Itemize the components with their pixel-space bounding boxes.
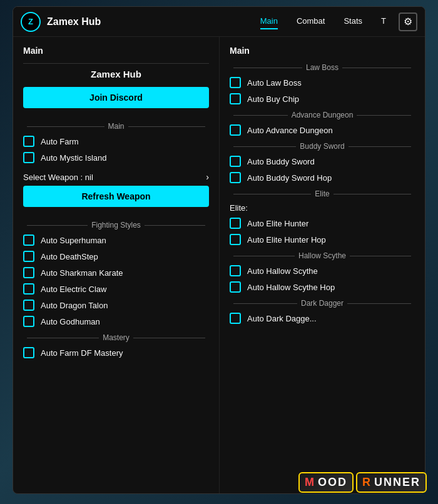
buddy-sword-divider: Buddy Sword (230, 142, 415, 151)
auto-farm-df-row[interactable]: Auto Farm DF Mastery (23, 347, 209, 358)
refresh-weapon-button[interactable]: Refresh Weapon (23, 186, 209, 207)
chevron-right-icon: › (206, 172, 209, 182)
auto-advance-dungeon-row[interactable]: Auto Advance Dungeon (230, 124, 415, 136)
auto-superhuman-label: Auto Superhuman (41, 236, 106, 245)
app-logo: Z (21, 12, 41, 32)
auto-dark-dagger-label: Auto Dark Dagge... (247, 314, 317, 323)
advance-dungeon-divider: Advance Dungeon (230, 111, 415, 119)
auto-buddy-sword-hop-label: Auto Buddy Sword Hop (247, 173, 332, 183)
auto-buy-chip-label: Auto Buy Chip (247, 94, 299, 104)
main-window: Z Zamex Hub Main Combat Stats T ⚙ Main Z… (13, 6, 425, 494)
auto-deathstep-label: Auto DeathStep (41, 252, 98, 261)
auto-advance-dungeon-checkbox[interactable] (230, 124, 241, 136)
right-panel-title: Main (230, 46, 415, 56)
auto-buddy-sword-hop-row[interactable]: Auto Buddy Sword Hop (230, 172, 415, 183)
right-panel: Main Law Boss Auto Law Boss Auto Buy Chi… (220, 37, 425, 493)
watermark-ood: OOD (318, 476, 347, 489)
auto-farm-df-checkbox[interactable] (23, 347, 34, 358)
hub-name: Zamex Hub (23, 69, 209, 79)
tab-t[interactable]: T (381, 14, 386, 29)
auto-mystic-island-checkbox[interactable] (23, 152, 34, 163)
watermark-badge-2: R UNNER (356, 472, 427, 493)
title-bar: Z Zamex Hub Main Combat Stats T ⚙ (13, 7, 425, 37)
auto-law-boss-label: Auto Law Boss (247, 78, 302, 88)
auto-hallow-scythe-row[interactable]: Auto Hallow Scythe (230, 265, 415, 276)
auto-advance-dungeon-label: Auto Advance Dungeon (247, 126, 333, 135)
auto-sharkman-row[interactable]: Auto Sharkman Karate (23, 267, 209, 278)
watermark: M OOD R UNNER (298, 472, 427, 493)
app-title: Zamex Hub (47, 16, 101, 28)
auto-farm-df-label: Auto Farm DF Mastery (41, 348, 123, 358)
watermark-unner: UNNER (374, 476, 420, 489)
auto-deathstep-row[interactable]: Auto DeathStep (23, 251, 209, 262)
auto-dark-dagger-row[interactable]: Auto Dark Dagge... (230, 313, 415, 324)
watermark-badge: M OOD (298, 472, 354, 493)
watermark-m: M (305, 476, 315, 489)
auto-electric-claw-row[interactable]: Auto Electric Claw (23, 283, 209, 295)
auto-sharkman-label: Auto Sharkman Karate (41, 268, 123, 278)
auto-deathstep-checkbox[interactable] (23, 251, 34, 262)
fighting-styles-divider: Fighting Styles (23, 221, 209, 229)
auto-buddy-sword-hop-checkbox[interactable] (230, 172, 241, 183)
auto-dragon-talon-label: Auto Dragon Talon (41, 301, 108, 310)
auto-superhuman-checkbox[interactable] (23, 234, 34, 246)
auto-sharkman-checkbox[interactable] (23, 267, 34, 278)
left-panel: Main Zamex Hub Join Discord Main Auto Fa… (13, 37, 220, 493)
auto-godhuman-label: Auto Godhuman (41, 317, 100, 326)
auto-law-boss-checkbox[interactable] (230, 77, 241, 88)
auto-hallow-scythe-hop-checkbox[interactable] (230, 281, 241, 293)
auto-hallow-scythe-hop-label: Auto Hallow Scythe Hop (247, 283, 335, 292)
divider-1 (23, 63, 209, 64)
elite-sublabel: Elite: (230, 203, 415, 213)
select-weapon-row[interactable]: Select Weapon : nil › (23, 168, 209, 186)
mastery-divider: Mastery (23, 333, 209, 342)
auto-elite-hunter-hop-row[interactable]: Auto Elite Hunter Hop (230, 234, 415, 245)
auto-superhuman-row[interactable]: Auto Superhuman (23, 234, 209, 246)
auto-buy-chip-checkbox[interactable] (230, 93, 241, 104)
auto-dark-dagger-checkbox[interactable] (230, 313, 241, 324)
tab-combat[interactable]: Combat (297, 14, 325, 29)
auto-elite-hunter-row[interactable]: Auto Elite Hunter (230, 218, 415, 229)
auto-elite-hunter-hop-label: Auto Elite Hunter Hop (247, 235, 326, 244)
auto-mystic-island-row[interactable]: Auto Mystic Island (23, 152, 209, 163)
elite-divider: Elite (230, 189, 415, 198)
select-weapon-label: Select Weapon : nil (23, 173, 93, 182)
hallow-scythe-divider: Hallow Scythe (230, 251, 415, 260)
auto-godhuman-row[interactable]: Auto Godhuman (23, 316, 209, 327)
auto-hallow-scythe-label: Auto Hallow Scythe (247, 266, 318, 276)
main-section-divider: Main (23, 122, 209, 131)
auto-law-boss-row[interactable]: Auto Law Boss (230, 77, 415, 88)
law-boss-divider: Law Boss (230, 63, 415, 72)
auto-farm-checkbox[interactable] (23, 136, 34, 147)
left-panel-title: Main (23, 46, 209, 56)
auto-hallow-scythe-checkbox[interactable] (230, 265, 241, 276)
auto-buy-chip-row[interactable]: Auto Buy Chip (230, 93, 415, 104)
auto-elite-hunter-hop-checkbox[interactable] (230, 234, 241, 245)
auto-buddy-sword-label: Auto Buddy Sword (247, 157, 315, 166)
tab-stats[interactable]: Stats (344, 14, 362, 29)
auto-dragon-talon-checkbox[interactable] (23, 300, 34, 311)
nav-tabs: Main Combat Stats T (260, 14, 386, 29)
auto-electric-claw-label: Auto Electric Claw (41, 285, 106, 294)
auto-hallow-scythe-hop-row[interactable]: Auto Hallow Scythe Hop (230, 281, 415, 293)
auto-dragon-talon-row[interactable]: Auto Dragon Talon (23, 300, 209, 311)
content-area: Main Zamex Hub Join Discord Main Auto Fa… (13, 37, 425, 493)
join-discord-button[interactable]: Join Discord (23, 87, 209, 108)
auto-elite-hunter-checkbox[interactable] (230, 218, 241, 229)
auto-buddy-sword-checkbox[interactable] (230, 156, 241, 167)
auto-elite-hunter-label: Auto Elite Hunter (247, 219, 308, 228)
settings-button[interactable]: ⚙ (399, 13, 417, 31)
auto-electric-claw-checkbox[interactable] (23, 283, 34, 295)
watermark-r: R (362, 476, 372, 489)
auto-farm-label: Auto Farm (41, 137, 79, 146)
tab-main[interactable]: Main (260, 14, 278, 29)
auto-buddy-sword-row[interactable]: Auto Buddy Sword (230, 156, 415, 167)
auto-farm-row[interactable]: Auto Farm (23, 136, 209, 147)
dark-dagger-divider: Dark Dagger (230, 299, 415, 308)
gear-icon: ⚙ (404, 16, 412, 28)
auto-godhuman-checkbox[interactable] (23, 316, 34, 327)
auto-mystic-island-label: Auto Mystic Island (41, 153, 107, 163)
